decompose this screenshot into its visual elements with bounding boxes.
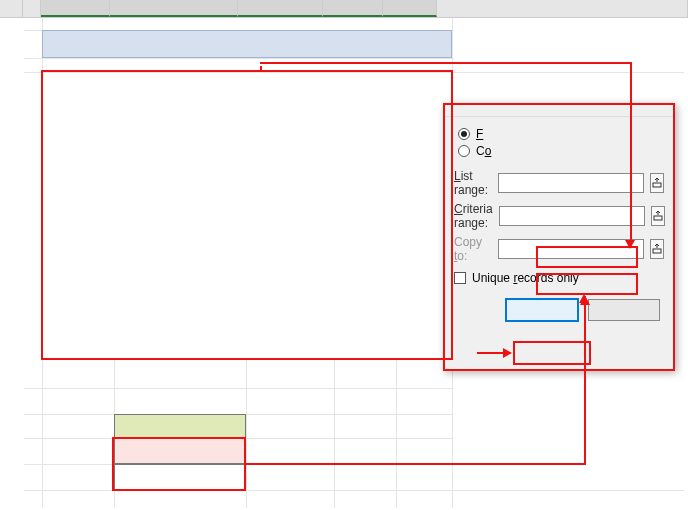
copy-to-input [498,239,644,259]
list-range-row: List range: [454,169,664,197]
col-B[interactable] [41,0,111,17]
svg-rect-1 [654,216,662,220]
unique-label: Unique records only [472,271,579,285]
advanced-filter-dialog: F Co List range: Criteria range: Copy to… [443,103,675,371]
col-D[interactable] [238,0,323,17]
criteria-range-input[interactable] [499,206,645,226]
criteria-label [114,438,246,464]
criteria-value [114,464,246,490]
collapse-dialog-icon[interactable] [650,239,664,259]
col-A[interactable] [23,0,40,17]
col-C[interactable] [110,0,238,17]
criteria-range-row: Criteria range: [454,202,664,230]
col-G[interactable] [437,0,688,17]
cancel-button[interactable] [588,299,660,321]
checkbox-icon [454,272,466,284]
radio2-label: Co [476,144,491,158]
ok-button[interactable] [506,299,578,321]
svg-rect-2 [653,249,661,253]
radio-icon [458,145,470,157]
title-banner [42,30,452,58]
unique-records-row[interactable]: Unique records only [454,271,664,285]
copy-to-label: Copy to: [454,235,492,263]
col-E[interactable] [323,0,383,17]
dialog-titlebar [444,104,674,117]
list-range-label: List range: [454,169,492,197]
column-headers [0,0,688,18]
radio-icon [458,128,470,140]
collapse-dialog-icon[interactable] [650,173,664,193]
collapse-dialog-icon[interactable] [651,206,665,226]
col-F[interactable] [383,0,437,17]
criteria-range-label: Criteria range: [454,202,493,230]
list-range-input[interactable] [498,173,644,193]
radio1-label: F [476,127,483,141]
radio-filter-in-place[interactable]: F [458,127,664,141]
radio-copy-location[interactable]: Co [458,144,664,158]
svg-rect-0 [653,183,661,187]
criteria-title [114,414,246,438]
